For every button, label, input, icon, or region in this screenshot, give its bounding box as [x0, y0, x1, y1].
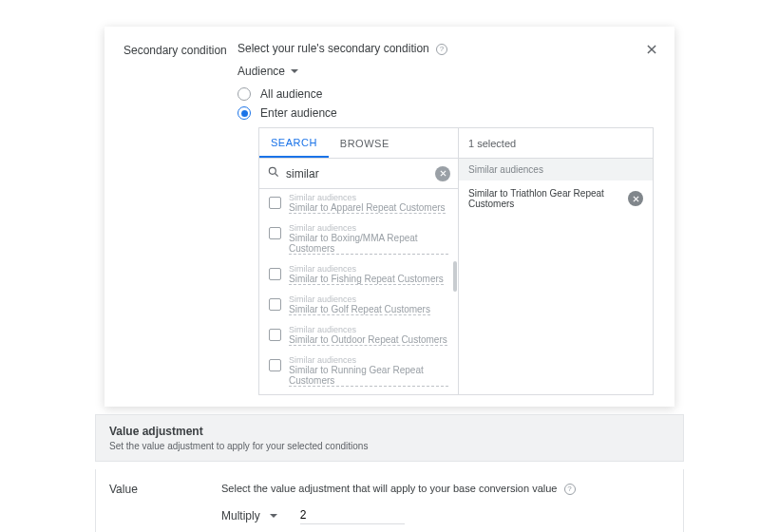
- clear-search-icon[interactable]: [435, 166, 450, 181]
- multiplier-input[interactable]: [300, 506, 405, 524]
- help-icon[interactable]: ?: [436, 44, 447, 55]
- result-item[interactable]: Similar audiencesSimilar to Running Gear…: [259, 352, 458, 392]
- checkbox[interactable]: [269, 329, 281, 341]
- value-label: Value: [109, 483, 221, 496]
- results-list: Similar audiencesSimilar to Apparel Repe…: [259, 189, 458, 394]
- tab-browse[interactable]: BROWSE: [329, 128, 401, 158]
- value-prompt: Select the value adjustment that will ap…: [221, 483, 670, 495]
- help-icon[interactable]: ?: [564, 484, 576, 495]
- result-category: Similar audiences: [289, 193, 446, 202]
- checkbox[interactable]: [269, 359, 281, 371]
- selected-count: 1 selected: [459, 128, 653, 159]
- chevron-down-icon: [270, 514, 277, 518]
- result-name: Similar to Fishing Repeat Customers: [289, 274, 444, 285]
- result-item[interactable]: Similar audiencesSimilar to Triathlon Ge…: [259, 392, 458, 394]
- selected-group-header: Similar audiences: [459, 159, 653, 180]
- svg-point-0: [269, 167, 276, 174]
- remove-selected-icon[interactable]: [628, 191, 643, 206]
- value-adjustment-header: Value adjustment Set the value adjustmen…: [95, 414, 684, 462]
- result-name: Similar to Outdoor Repeat Customers: [289, 334, 447, 346]
- value-adjustment-subtitle: Set the value adjustment to apply for yo…: [109, 441, 670, 451]
- secondary-condition-modal: Secondary condition Select your rule's s…: [104, 27, 674, 407]
- radio-icon: [238, 106, 251, 120]
- result-name: Similar to Running Gear Repeat Customers: [289, 365, 448, 387]
- result-category: Similar audiences: [289, 325, 447, 334]
- result-item[interactable]: Similar audiencesSimilar to Golf Repeat …: [259, 291, 458, 321]
- result-category: Similar audiences: [289, 223, 448, 233]
- result-item[interactable]: Similar audiencesSimilar to Boxing/MMA R…: [259, 219, 458, 260]
- audience-dropdown[interactable]: Audience: [238, 65, 298, 78]
- result-category: Similar audiences: [289, 355, 448, 365]
- checkbox[interactable]: [269, 197, 281, 209]
- audience-search: [259, 159, 458, 189]
- result-name: Similar to Apparel Repeat Customers: [289, 202, 446, 214]
- result-category: Similar audiences: [289, 294, 430, 304]
- radio-all-audience[interactable]: All audience: [238, 87, 656, 101]
- result-item[interactable]: Similar audiencesSimilar to Apparel Repe…: [259, 189, 458, 219]
- search-input[interactable]: [280, 167, 435, 180]
- value-adjustment-title: Value adjustment: [109, 425, 670, 438]
- secondary-condition-label: Secondary condition: [124, 42, 238, 57]
- radio-enter-audience[interactable]: Enter audience: [238, 106, 656, 120]
- scrollbar[interactable]: [453, 261, 457, 292]
- operation-dropdown[interactable]: Multiply: [221, 509, 277, 522]
- tab-search[interactable]: SEARCH: [259, 128, 329, 158]
- result-category: Similar audiences: [289, 264, 444, 274]
- checkbox[interactable]: [269, 298, 281, 311]
- result-item[interactable]: Similar audiencesSimilar to Outdoor Repe…: [259, 321, 458, 352]
- audience-picker: SEARCH BROWSE: [258, 127, 654, 395]
- search-icon: [267, 165, 280, 181]
- result-name: Similar to Boxing/MMA Repeat Customers: [289, 233, 448, 255]
- chevron-down-icon: [291, 69, 298, 73]
- checkbox[interactable]: [269, 268, 281, 280]
- selected-item: Similar to Triathlon Gear Repeat Custome…: [459, 180, 653, 217]
- condition-prompt: Select your rule's secondary condition ?: [238, 42, 656, 55]
- radio-icon: [238, 87, 251, 101]
- checkbox[interactable]: [269, 227, 281, 239]
- value-adjustment-row: Value Select the value adjustment that w…: [95, 469, 684, 532]
- result-item[interactable]: Similar audiencesSimilar to Fishing Repe…: [259, 260, 458, 291]
- result-name: Similar to Golf Repeat Customers: [289, 304, 430, 315]
